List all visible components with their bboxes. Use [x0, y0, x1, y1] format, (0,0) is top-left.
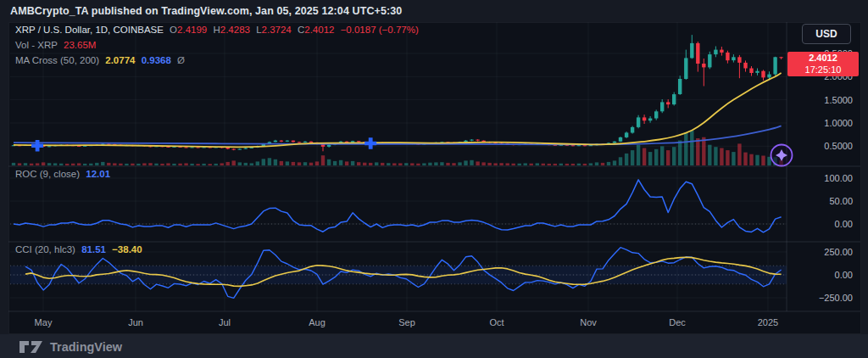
last-price-box: 2.4012 17:25:10	[787, 52, 859, 76]
volume-legend-row: Vol - XRP 23.65M	[15, 40, 99, 50]
cci-value-yellow: −38.40	[112, 244, 142, 255]
last-price-value: 2.4012	[787, 52, 859, 64]
bar-countdown: 17:25:10	[787, 64, 859, 76]
low-value: 2.3724	[262, 25, 292, 35]
volume-value: 23.65M	[64, 40, 96, 50]
tradingview-chart-page: AMBCrypto_TA published on TradingView.co…	[0, 0, 868, 358]
ma200-value: 0.9368	[142, 55, 171, 65]
indicator-hidden-icon[interactable]: Ø	[177, 55, 185, 65]
cci-legend-row: CCI (20, hlc3) 81.51 −38.40	[15, 244, 146, 255]
roc-value: 12.01	[86, 169, 110, 179]
tradingview-logo-icon	[19, 338, 44, 355]
roc-line[interactable]	[14, 180, 782, 232]
currency-toggle-label: USD	[815, 28, 837, 40]
ma50-line[interactable]	[14, 73, 782, 147]
tradingview-logo-text: TradingView	[50, 340, 122, 354]
ma-cross-label: MA Cross (50, 200)	[15, 55, 99, 65]
time-scale[interactable]	[8, 311, 787, 334]
roc-label: ROC (9, close)	[15, 169, 80, 179]
roc-legend-row: ROC (9, close) 12.01	[15, 169, 114, 179]
chart-canvas[interactable]: 2.50002.00001.50001.00000.5000100.0050.0…	[0, 0, 868, 358]
symbol-legend-row: XRP / U.S. Dollar, 1D, COINBASE O2.4199 …	[15, 25, 422, 35]
change-value: −0.0187 (−0.77%)	[341, 25, 419, 35]
ma-cross-legend-row: MA Cross (50, 200) 2.0774 0.9368 Ø	[15, 55, 188, 65]
candlestick-series[interactable]	[12, 35, 783, 151]
volume-label: Vol - XRP	[15, 40, 58, 50]
open-value: 2.4199	[177, 25, 207, 35]
low-label: L	[256, 25, 261, 35]
volume-series[interactable]	[12, 131, 783, 165]
footer-bar	[0, 334, 868, 358]
tradingview-logo[interactable]: TradingView	[19, 338, 122, 355]
currency-toggle-button[interactable]: USD	[802, 24, 851, 44]
open-label: O	[170, 25, 177, 35]
ma200-line[interactable]	[14, 126, 782, 144]
plus-marker-icon	[31, 140, 43, 152]
ma50-value: 2.0774	[105, 55, 135, 65]
cci-value-blue: 81.51	[81, 244, 106, 255]
plus-marker-icon	[364, 137, 376, 149]
high-label: H	[213, 25, 220, 35]
close-value: 2.4012	[304, 25, 334, 35]
high-value: 2.4283	[220, 25, 250, 35]
cci-label: CCI (20, hlc3)	[15, 244, 75, 255]
symbol-title: XRP / U.S. Dollar, 1D, COINBASE	[15, 25, 164, 35]
